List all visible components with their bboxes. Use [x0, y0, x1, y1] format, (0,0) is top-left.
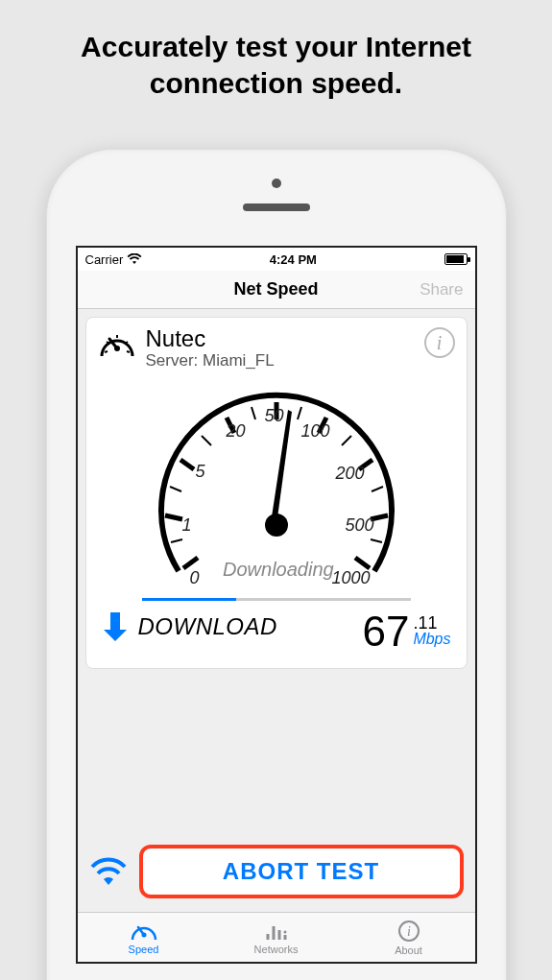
- svg-marker-27: [104, 630, 127, 641]
- tab-about-label: About: [395, 944, 422, 956]
- status-time: 4:24 PM: [270, 252, 317, 267]
- svg-line-9: [180, 460, 194, 469]
- wifi-icon: [127, 253, 142, 265]
- download-result: DOWNLOAD 67 .11 Mbps: [98, 601, 455, 655]
- provider-name: Nutec: [146, 327, 415, 350]
- abort-test-button[interactable]: ABORT TEST: [139, 845, 464, 898]
- progress-fill: [142, 598, 236, 601]
- tab-speed-label: Speed: [129, 944, 159, 955]
- share-button[interactable]: Share: [420, 280, 463, 299]
- progress-bar: [142, 598, 411, 601]
- svg-line-16: [171, 539, 182, 542]
- speed-gauge: 0 1 5 20 50 100 200 500 1000 Downloading: [123, 381, 430, 592]
- svg-line-22: [372, 487, 383, 491]
- device-screen: Carrier 4:24 PM Net Speed Share: [76, 246, 477, 964]
- svg-line-23: [371, 539, 382, 542]
- svg-line-18: [202, 436, 211, 445]
- download-value-int: 67: [362, 610, 409, 653]
- gauge-tick-500: 500: [346, 515, 374, 536]
- download-value: 67 .11 Mbps: [362, 610, 450, 653]
- device-frame: Carrier 4:24 PM Net Speed Share: [46, 149, 507, 980]
- svg-marker-24: [271, 410, 292, 525]
- svg-line-2: [105, 351, 108, 352]
- battery-icon: [444, 253, 468, 265]
- svg-line-7: [183, 558, 198, 568]
- gauge-tick-1000: 1000: [332, 568, 371, 588]
- gauge-tick-50: 50: [265, 406, 284, 426]
- gauge-tick-200: 200: [336, 464, 365, 484]
- gauge-status: Downloading: [223, 559, 334, 581]
- svg-text:i: i: [407, 924, 411, 939]
- svg-rect-26: [110, 612, 120, 630]
- promo-header: Accurately test your Internet connection…: [0, 0, 552, 139]
- server-name: Miami_FL: [203, 351, 275, 370]
- tab-bar: Speed Networks i About: [78, 912, 475, 962]
- svg-line-17: [170, 487, 181, 491]
- device-camera: [272, 179, 281, 188]
- page-title: Net Speed: [233, 279, 318, 299]
- download-value-frac: .11: [413, 614, 437, 632]
- svg-line-21: [342, 436, 351, 445]
- gauge-mini-icon: [98, 327, 136, 360]
- server-prefix: Server:: [146, 351, 204, 370]
- tab-about[interactable]: i About: [343, 913, 475, 962]
- wifi-large-icon: [89, 856, 128, 887]
- tab-networks-label: Networks: [254, 944, 299, 955]
- download-arrow-icon: [102, 610, 129, 643]
- bottom-action-row: ABORT TEST: [85, 839, 468, 904]
- promo-line1: Accurately test your Internet: [81, 31, 471, 62]
- info-button[interactable]: i: [424, 327, 455, 358]
- svg-point-34: [283, 930, 286, 933]
- download-unit: Mbps: [413, 632, 450, 647]
- svg-line-6: [127, 351, 130, 352]
- speed-card: Nutec Server: Miami_FL i: [85, 317, 468, 669]
- download-label: DOWNLOAD: [138, 613, 277, 640]
- content-area: Nutec Server: Miami_FL i: [78, 309, 475, 912]
- gauge-tick-5: 5: [196, 462, 205, 482]
- svg-line-19: [252, 407, 255, 419]
- promo-line2: connection speed.: [150, 67, 402, 99]
- gauge-tick-100: 100: [301, 421, 330, 442]
- carrier-label: Carrier: [85, 252, 124, 267]
- tab-networks[interactable]: Networks: [210, 913, 343, 962]
- server-line: Server: Miami_FL: [146, 350, 415, 371]
- nav-bar: Net Speed Share: [78, 271, 475, 309]
- gauge-tick-1: 1: [182, 515, 192, 536]
- gauge-tick-0: 0: [190, 568, 200, 588]
- svg-line-20: [298, 407, 301, 419]
- svg-line-8: [165, 515, 182, 519]
- svg-point-25: [265, 514, 288, 537]
- status-bar: Carrier 4:24 PM: [78, 248, 475, 271]
- gauge-tick-20: 20: [227, 421, 246, 442]
- svg-line-15: [355, 558, 370, 568]
- tab-speed[interactable]: Speed: [78, 913, 210, 962]
- device-speaker: [243, 203, 310, 211]
